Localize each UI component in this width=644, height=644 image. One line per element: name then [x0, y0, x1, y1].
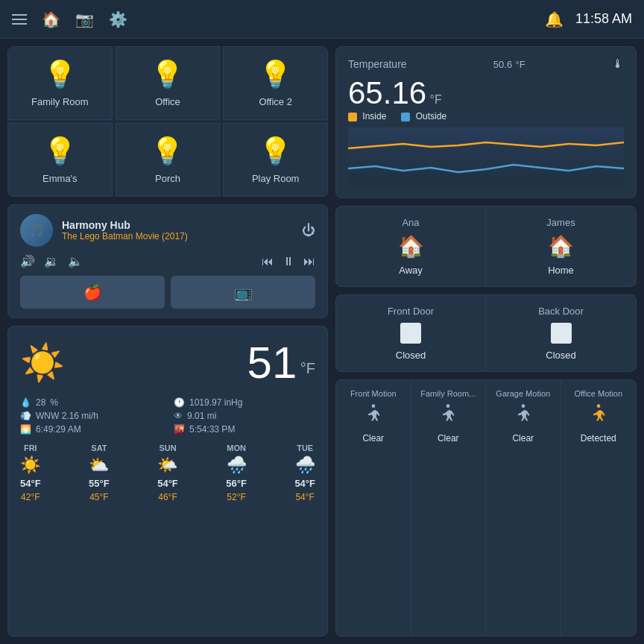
forecast-label: SAT	[91, 443, 107, 452]
bulb-icon-porch: 💡	[151, 136, 184, 167]
light-tile-office[interactable]: 💡Office	[116, 46, 221, 120]
forecast-icon: ⛅	[89, 455, 109, 475]
light-label-office: Office	[155, 96, 180, 107]
forecast-label: MON	[227, 443, 246, 452]
forecast-low: 46°F	[158, 492, 177, 502]
outside-legend-dot	[401, 113, 410, 121]
presence-tile-ana[interactable]: Ana 🏠 Away	[336, 206, 486, 286]
forecast-icon: 🌧️	[295, 455, 315, 475]
home-nav-icon[interactable]: 🏠	[42, 10, 60, 28]
svg-point-2	[446, 404, 450, 408]
svg-rect-0	[348, 127, 624, 187]
pause-icon[interactable]: ⏸	[282, 255, 294, 268]
hamburger-menu[interactable]	[12, 14, 27, 25]
bulb-icon-emmas: 💡	[43, 136, 77, 167]
forecast-day-0: FRI ☀️ 54°F 42°F	[20, 443, 41, 502]
door-name: Back Door	[538, 306, 584, 317]
inside-legend-label: Inside	[362, 111, 386, 121]
weather-details: 💧 28 % 🕐 1019.97 inHg 💨 WNW 2.16 mi/h 👁 …	[20, 397, 315, 435]
motion-icon	[363, 402, 384, 429]
light-tile-playroom[interactable]: 💡Play Room	[223, 123, 328, 197]
presence-status: Away	[399, 265, 423, 276]
forecast-low: 45°F	[89, 492, 108, 502]
forecast-low: 42°F	[21, 492, 40, 502]
forecast-day-4: TUE 🌧️ 54°F 54°F	[294, 443, 315, 502]
inside-legend-dot	[348, 113, 357, 121]
settings-nav-icon[interactable]: ⚙️	[109, 10, 127, 28]
light-tile-porch[interactable]: 💡Porch	[116, 123, 221, 197]
door-tile-back-door[interactable]: Back Door Closed	[486, 295, 636, 371]
visibility-value: 9.01 mi	[187, 411, 216, 421]
sunrise-detail: 🌅 6:49:29 AM	[20, 424, 162, 435]
outside-legend-label: Outside	[416, 111, 446, 121]
door-status: Closed	[396, 350, 426, 361]
next-icon[interactable]: ⏭	[303, 255, 315, 268]
motion-tile-0[interactable]: Front Motion Clear	[336, 380, 411, 636]
forecast-high: 56°F	[226, 478, 247, 489]
motion-tile-1[interactable]: Family Room... Clear	[411, 380, 487, 636]
svg-point-3	[521, 404, 525, 408]
wind-detail: 💨 WNW 2.16 mi/h	[20, 411, 162, 421]
light-tile-office2[interactable]: 💡Office 2	[223, 46, 328, 120]
presence-tile-james[interactable]: James 🏠 Home	[486, 206, 636, 286]
motion-tile-2[interactable]: Garage Motion Clear	[486, 380, 561, 636]
apple-source-button[interactable]: 🍎	[20, 276, 165, 309]
pressure-icon: 🕐	[174, 397, 185, 408]
forecast-high: 54°F	[20, 478, 41, 489]
motion-icon	[438, 402, 458, 429]
weather-unit: °F	[300, 360, 315, 376]
door-status-icon	[551, 323, 572, 344]
forecast-high: 55°F	[89, 478, 110, 489]
doors-grid: Front Door Closed Back Door Closed	[335, 294, 637, 372]
light-tile-family-room[interactable]: 💡Family Room	[7, 46, 113, 120]
presence-icon: 🏠	[398, 234, 424, 259]
forecast-high: 54°F	[157, 478, 178, 489]
tv-source-button[interactable]: 📺	[171, 276, 315, 309]
media-avatar: 🎵	[20, 214, 53, 247]
forecast-low: 52°F	[227, 492, 245, 502]
motion-tile-3[interactable]: Office Motion Detected	[561, 380, 637, 636]
presence-grid: Ana 🏠 Away James 🏠 Home	[335, 206, 637, 287]
temp-inside-display: 65.16 °F	[348, 75, 624, 111]
outside-legend: Outside	[401, 111, 446, 121]
media-controls: 🔊 🔉 🔈 ⏮ ⏸ ⏭	[20, 254, 315, 268]
light-label-office2: Office 2	[259, 96, 292, 107]
forecast-day-2: SUN 🌤️ 54°F 46°F	[157, 443, 178, 502]
pressure-value: 1019.97 inHg	[189, 397, 242, 408]
bulb-icon-office: 💡	[151, 59, 184, 90]
temp-outside-display: 50.6 °F	[493, 57, 525, 71]
wind-icon: 💨	[20, 411, 31, 421]
nav-right: 🔔 11:58 AM	[545, 10, 632, 28]
sunset-value: 5:54:33 PM	[189, 424, 235, 435]
media-title: The Lego Batman Movie (2017)	[62, 231, 293, 242]
forecast-low: 54°F	[295, 492, 314, 502]
sunrise-value: 6:49:29 AM	[36, 424, 81, 435]
volume-down-icon[interactable]: 🔉	[44, 254, 59, 268]
temp-title: Temperature	[348, 58, 407, 70]
camera-nav-icon[interactable]: 📷	[75, 10, 94, 28]
motion-icon	[588, 402, 609, 429]
weather-temp: 51	[247, 338, 297, 388]
presence-icon: 🏠	[548, 234, 574, 259]
volume-icon[interactable]: 🔊	[20, 254, 35, 268]
weather-temp-display: 51 °F	[247, 337, 315, 388]
svg-point-4	[596, 404, 600, 408]
inside-legend: Inside	[348, 111, 386, 121]
light-label-family-room: Family Room	[31, 96, 89, 107]
bell-icon[interactable]: 🔔	[545, 10, 564, 28]
forecast-label: SUN	[159, 443, 176, 452]
presence-name: Ana	[402, 217, 419, 228]
humidity-icon: 💧	[20, 397, 31, 408]
volume-up-icon[interactable]: 🔈	[68, 254, 83, 268]
right-panel: Temperature 50.6 °F 🌡 65.16 °F Inside Ou	[335, 46, 637, 637]
main-layout: 💡Family Room💡Office💡Office 2💡Emma's💡Porc…	[0, 39, 644, 644]
motion-name: Office Motion	[574, 389, 622, 398]
power-button[interactable]: ⏻	[302, 223, 315, 239]
light-label-emmas: Emma's	[42, 173, 78, 184]
motion-status: Clear	[438, 433, 459, 443]
light-tile-emmas[interactable]: 💡Emma's	[7, 123, 113, 197]
media-header: 🎵 Harmony Hub The Lego Batman Movie (201…	[20, 214, 315, 247]
weather-panel: ☀️ 51 °F 💧 28 % 🕐 1019.97 inHg 💨	[7, 326, 328, 637]
door-tile-front-door[interactable]: Front Door Closed	[336, 295, 486, 371]
prev-icon[interactable]: ⏮	[262, 255, 274, 268]
